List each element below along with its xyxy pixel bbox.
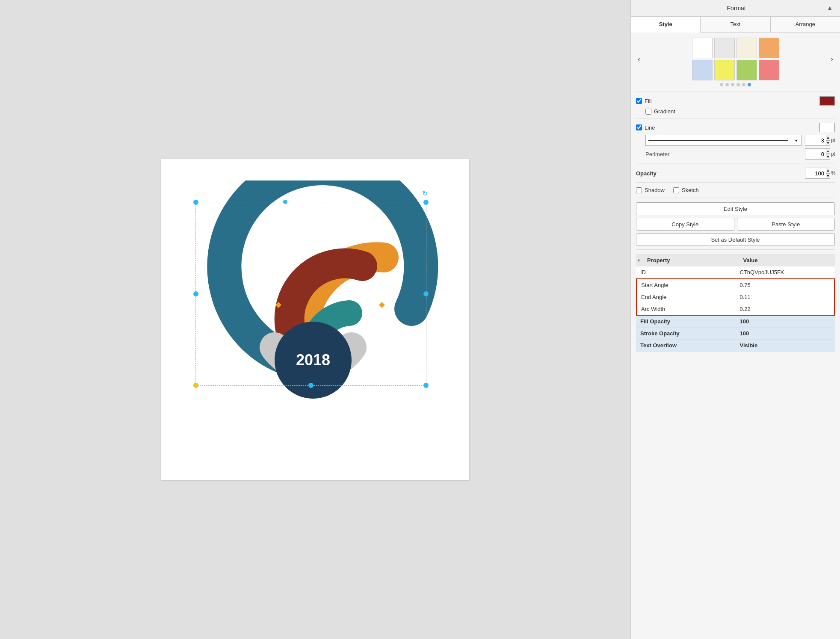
line-width-up[interactable]: ▲ [826,135,830,140]
swatch-cream[interactable] [736,38,757,58]
prop-cell-arc-width-key: Arc Width [637,303,736,315]
prop-cell-start-angle-key: Start Angle [637,279,736,291]
dot-5[interactable] [742,83,745,86]
prop-row-stroke-opacity: Stroke Opacity 100 [636,328,835,340]
property-col-header: Property [643,254,739,266]
panel-title: Format [646,5,826,12]
swatch-blue[interactable] [692,60,713,80]
swatch-orange[interactable] [759,38,779,58]
line-width-down[interactable]: ▼ [826,140,830,146]
prop-cell-id-value: CThQVpoJUJ5FK [736,266,835,278]
value-col-header: Value [739,254,835,266]
style-buttons-section: Edit Style Copy Style Paste Style Set as… [636,198,835,246]
line-width-unit: pt [830,137,835,143]
perimeter-input: ▲ ▼ pt [805,148,835,160]
swatch-light-gray[interactable] [714,38,735,58]
line-style-select[interactable]: ▾ [645,135,802,146]
property-toggle-icon[interactable]: ▾ [636,258,643,263]
prop-cell-text-overflow-key: Text Overflow [636,340,736,351]
opacity-label: Opacity [636,170,657,177]
canvas-page: 2018 ↻ [161,159,469,480]
perimeter-down[interactable]: ▼ [826,154,830,160]
line-width-field[interactable] [805,135,826,146]
swatch-next-button[interactable]: › [829,55,835,64]
opacity-up[interactable]: ▲ [826,168,830,173]
paste-style-button[interactable]: Paste Style [737,218,835,231]
edit-style-button[interactable]: Edit Style [636,202,835,215]
copy-paste-style-row: Copy Style Paste Style [636,218,835,231]
prop-row-id: ID CThQVpoJUJ5FK [636,266,835,278]
opacity-input: ▲ ▼ % [805,168,835,179]
prop-cell-text-overflow-value: Visible [736,340,835,351]
tab-text[interactable]: Text [701,17,770,32]
swatch-green[interactable] [736,60,757,80]
prop-row-fill-opacity: Fill Opacity 100 [636,316,835,328]
perimeter-label: Perimeter [645,151,675,157]
swatch-white[interactable] [692,38,713,58]
set-default-button[interactable]: Set as Default Style [636,233,835,246]
dot-3[interactable] [731,83,734,86]
swatch-prev-button[interactable]: ‹ [636,55,642,64]
panel-close-icon[interactable]: ▲ [826,4,833,12]
line-row: Line [636,123,835,132]
sketch-checkbox[interactable] [673,187,679,193]
property-table-header: ▾ Property Value [636,254,835,266]
perimeter-field[interactable] [805,148,826,160]
prop-row-end-angle: End Angle 0.11 [637,291,834,303]
gradient-row: Gradient [636,108,835,115]
opacity-row: Opacity ▲ ▼ % [636,168,835,179]
gradient-checkbox-label[interactable]: Gradient [645,108,675,115]
prop-cell-id-key: ID [636,266,736,278]
gradient-checkbox[interactable] [645,109,651,115]
prop-cell-fill-opacity-value: 100 [736,316,835,327]
swatch-dots [636,83,835,86]
dot-2[interactable] [725,83,729,86]
chart-svg: 2018 [174,180,452,403]
prop-cell-stroke-opacity-key: Stroke Opacity [636,328,736,339]
shadow-sketch-section: Shadow Sketch [636,182,835,193]
opacity-field[interactable] [805,168,826,179]
dot-4[interactable] [736,83,740,86]
canvas-area: 2018 ↻ [0,0,630,639]
fill-row: Fill [636,96,835,106]
shadow-checkbox[interactable] [636,187,642,193]
fill-checkbox-label[interactable]: Fill [636,98,652,104]
panel-content: ‹ › [631,33,840,639]
shadow-label[interactable]: Shadow [636,187,665,193]
line-checkbox-label[interactable]: Line [636,124,655,131]
edit-style-row: Edit Style [636,202,835,215]
line-checkbox[interactable] [636,124,642,130]
prop-cell-start-angle-value: 0.75 [736,279,834,291]
perimeter-unit: pt [830,151,835,157]
tab-style[interactable]: Style [631,17,701,33]
shadow-sketch-row: Shadow Sketch [636,187,835,193]
fill-checkbox[interactable] [636,98,642,104]
prop-row-arc-width: Arc Width 0.22 [637,303,834,315]
fill-color-swatch[interactable] [819,96,835,106]
copy-style-button[interactable]: Copy Style [636,218,734,231]
prop-row-start-angle: Start Angle 0.75 [637,279,834,291]
swatches-row: ‹ › [636,38,835,80]
property-table-section: ▾ Property Value ID CThQVpoJUJ5FK Start … [636,249,835,352]
line-style-box[interactable] [645,135,791,146]
prop-cell-end-angle-value: 0.11 [736,291,834,303]
line-section: Line ▾ ▲ ▼ pt [636,118,835,160]
perimeter-up[interactable]: ▲ [826,148,830,154]
perimeter-row: Perimeter ▲ ▼ pt [636,148,835,160]
dot-1[interactable] [720,83,723,86]
set-default-row: Set as Default Style [636,233,835,246]
line-color-swatch[interactable] [819,123,835,132]
swatch-yellow[interactable] [714,60,735,80]
line-style-line [648,140,788,141]
line-style-row: ▾ ▲ ▼ pt [636,135,835,146]
opacity-down[interactable]: ▼ [826,173,830,179]
prop-cell-stroke-opacity-value: 100 [736,328,835,339]
line-style-dropdown-arrow[interactable]: ▾ [791,135,802,146]
tab-arrange[interactable]: Arrange [771,17,840,32]
swatch-pink[interactable] [759,60,779,80]
line-width-input: ▲ ▼ pt [805,135,835,146]
dot-6[interactable] [748,83,751,86]
sketch-label[interactable]: Sketch [673,187,699,193]
opacity-stepper: ▲ ▼ [826,168,830,179]
opacity-section: Opacity ▲ ▼ % [636,163,835,179]
